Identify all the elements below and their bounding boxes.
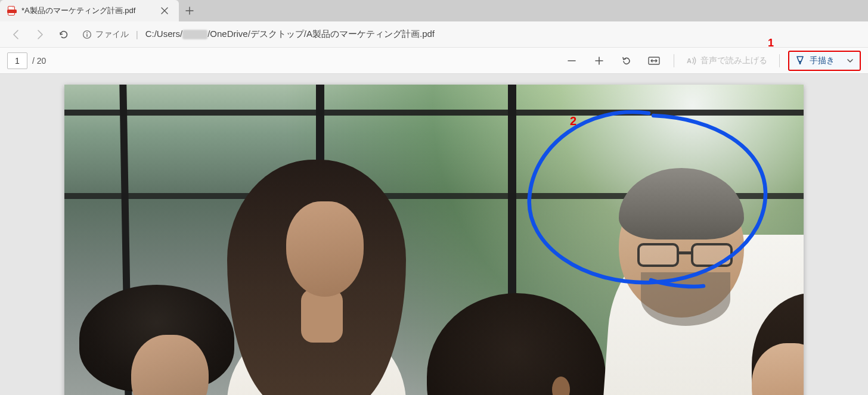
new-tab-button[interactable] [179, 0, 200, 21]
zoom-out-button[interactable] [560, 51, 583, 71]
svg-rect-1 [7, 10, 17, 13]
glasses-icon [637, 243, 739, 269]
fit-page-button[interactable] [643, 51, 665, 71]
page-total-label: / 20 [32, 56, 46, 66]
refresh-button[interactable] [54, 24, 74, 45]
back-button[interactable] [6, 24, 26, 45]
draw-button-label: 手描き [810, 55, 835, 66]
pdf-favicon-icon [7, 6, 17, 15]
address-omnibox[interactable]: ファイル | C:/Users//OneDrive/デスクトップ/A製品のマーケ… [78, 25, 862, 44]
rotate-button[interactable] [615, 51, 638, 71]
zoom-in-button[interactable] [588, 51, 610, 71]
url-prefix: C:/Users/ [145, 29, 183, 39]
pdf-page: 2 [64, 85, 804, 395]
url-text: C:/Users//OneDrive/デスクトップ/A製品のマーケティング計画.… [145, 29, 435, 40]
highlighter-icon [795, 56, 805, 66]
toolbar-divider [674, 54, 674, 67]
svg-text:A: A [687, 57, 692, 64]
read-aloud-icon: A [686, 55, 697, 66]
draw-button[interactable]: 手描き [788, 51, 861, 71]
url-separator: | [134, 30, 141, 39]
info-icon [82, 30, 92, 39]
chevron-down-icon [847, 57, 854, 64]
browser-tab-strip: *A製品のマーケティング計画.pdf [0, 0, 868, 21]
callout-1-label: 1 [768, 37, 774, 49]
svg-rect-4 [86, 34, 88, 37]
redacted-username [182, 30, 207, 39]
pdf-toolbar: / 20 A 音声で読み上げる 手描き 1 [0, 48, 868, 74]
browser-address-bar: ファイル | C:/Users//OneDrive/デスクトップ/A製品のマーケ… [0, 21, 868, 48]
forward-button[interactable] [30, 24, 50, 45]
tab-close-button[interactable] [157, 4, 172, 18]
page-number-input[interactable] [7, 52, 27, 69]
url-scheme-label: ファイル [95, 29, 129, 40]
svg-point-3 [86, 32, 88, 33]
toolbar-divider [779, 54, 780, 67]
site-info-button[interactable]: ファイル [82, 29, 129, 40]
url-suffix: /OneDrive/デスクトップ/A製品のマーケティング計画.pdf [207, 29, 435, 39]
tab-title: *A製品のマーケティング計画.pdf [21, 5, 153, 16]
pdf-viewport[interactable]: 2 [0, 74, 868, 395]
read-aloud-button[interactable]: A 音声で読み上げる [683, 55, 771, 66]
callout-2-label: 2 [570, 114, 576, 128]
browser-tab[interactable]: *A製品のマーケティング計画.pdf [0, 0, 179, 21]
read-aloud-label: 音声で読み上げる [700, 55, 767, 66]
